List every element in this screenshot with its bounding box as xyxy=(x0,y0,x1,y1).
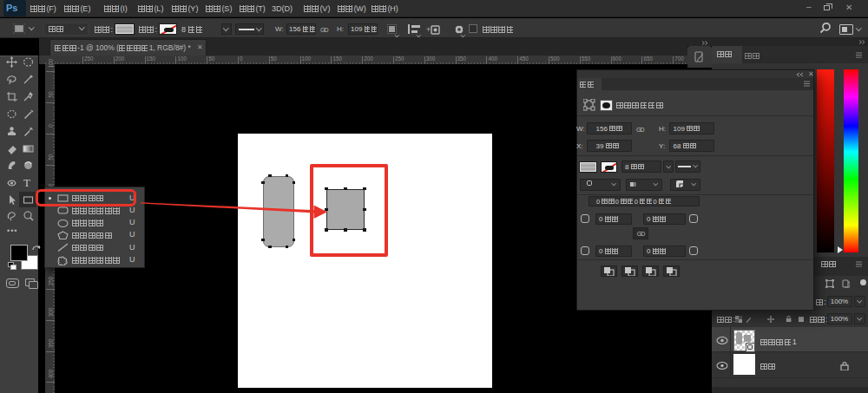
svg-text:+: + xyxy=(426,25,431,34)
